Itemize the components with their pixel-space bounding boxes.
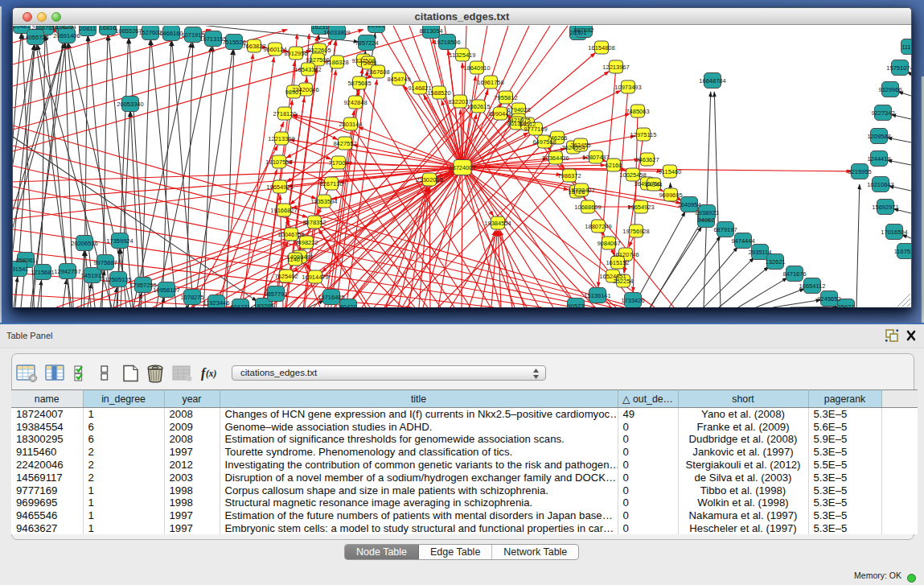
svg-text:16816: 16816	[100, 26, 117, 31]
svg-text:6879197: 6879197	[713, 226, 737, 233]
svg-text:75468: 75468	[360, 60, 377, 67]
svg-text:10046755: 10046755	[277, 231, 304, 238]
svg-text:9857791: 9857791	[264, 290, 287, 298]
svg-text:12975115: 12975115	[630, 131, 657, 138]
svg-text:9777169: 9777169	[524, 126, 547, 133]
svg-text:904231: 904231	[230, 303, 250, 308]
svg-text:20691406: 20691406	[53, 32, 80, 39]
svg-text:1167533: 1167533	[894, 248, 911, 255]
svg-text:9106254: 9106254	[52, 26, 76, 31]
svg-text:1527602: 1527602	[138, 29, 162, 36]
svg-text:7986372: 7986372	[557, 172, 581, 179]
svg-text:9660124: 9660124	[263, 46, 286, 53]
svg-text:8938923: 8938923	[695, 209, 718, 216]
svg-text:16961758: 16961758	[477, 79, 503, 86]
svg-text:16648784: 16648784	[699, 77, 725, 84]
svg-text:6794028: 6794028	[507, 106, 530, 113]
svg-text:20811: 20811	[80, 26, 96, 32]
svg-text:64944: 64944	[646, 181, 663, 188]
svg-text:15751074: 15751074	[886, 64, 911, 72]
svg-text:90573: 90573	[568, 303, 585, 308]
svg-text:62160: 62160	[606, 162, 622, 169]
svg-text:18807249: 18807249	[585, 223, 611, 230]
svg-text:10807487: 10807487	[582, 154, 609, 161]
svg-text:15716485: 15716485	[318, 294, 344, 301]
svg-text:15136141: 15136141	[584, 292, 610, 299]
svg-text:7485063: 7485063	[626, 108, 649, 115]
svg-text:16914479: 16914479	[302, 274, 328, 281]
svg-text:987682: 987682	[573, 27, 593, 34]
svg-text:11407: 11407	[287, 256, 303, 263]
svg-text:9329966: 9329966	[878, 86, 901, 93]
svg-text:9699695: 9699695	[659, 192, 682, 199]
svg-text:2867608: 2867608	[366, 68, 389, 76]
svg-text:8454749: 8454749	[387, 76, 410, 83]
svg-text:391541: 391541	[13, 266, 29, 273]
svg-text:17016504: 17016504	[881, 229, 907, 236]
svg-text:10973493: 10973493	[614, 84, 641, 91]
svg-text:11923446: 11923446	[203, 299, 230, 307]
svg-text:19756928: 19756928	[622, 228, 649, 235]
svg-text:10210643: 10210643	[867, 181, 893, 188]
svg-text:9245652: 9245652	[817, 295, 840, 303]
svg-text:9322605: 9322605	[307, 47, 331, 54]
svg-text:15720407: 15720407	[568, 187, 594, 194]
svg-text:84062: 84062	[698, 216, 715, 224]
svg-text:9474444: 9474444	[731, 237, 754, 245]
svg-text:1209588: 1209588	[867, 133, 890, 140]
svg-text:8912956: 8912956	[284, 50, 307, 57]
svg-text:18724007: 18724007	[449, 164, 475, 171]
svg-text:1362615: 1362615	[466, 103, 490, 110]
svg-text:7955812: 7955812	[494, 94, 517, 101]
svg-text:16154808: 16154808	[588, 44, 614, 51]
svg-text:23302085: 23302085	[416, 176, 442, 183]
svg-text:1078275: 1078275	[180, 294, 203, 301]
svg-text:1615152: 1615152	[606, 259, 629, 266]
svg-text:9463627: 9463627	[635, 156, 659, 163]
svg-text:16543382: 16543382	[294, 66, 321, 73]
svg-text:7625402: 7625402	[274, 273, 298, 280]
svg-text:362455: 362455	[570, 142, 590, 149]
svg-text:1215681: 1215681	[31, 269, 54, 276]
svg-text:10958107: 10958107	[153, 286, 179, 294]
svg-text:18107552: 18107552	[265, 159, 292, 166]
svg-text:9242848: 9242848	[343, 99, 367, 106]
svg-text:8813054: 8813054	[419, 27, 442, 35]
svg-text:15692971: 15692971	[872, 204, 898, 211]
svg-text:8427552: 8427552	[333, 140, 356, 147]
svg-text:20101: 20101	[368, 26, 385, 29]
svg-text:16120746: 16120746	[612, 251, 639, 258]
svg-text:12213369: 12213369	[268, 135, 294, 142]
svg-text:12942757: 12942757	[54, 268, 80, 275]
svg-text:1640954: 1640954	[677, 201, 700, 208]
svg-text:8186328: 8186328	[325, 59, 348, 66]
svg-text:252254: 252254	[613, 278, 633, 285]
svg-text:16033809: 16033809	[323, 29, 350, 36]
svg-text:1451911: 1451911	[81, 272, 105, 279]
svg-text:19384554: 19384554	[484, 220, 511, 227]
svg-text:14055724: 14055724	[22, 34, 48, 41]
svg-text:8215955: 8215955	[848, 168, 871, 175]
svg-text:80421: 80421	[340, 303, 357, 308]
svg-text:9084067: 9084067	[597, 240, 620, 247]
svg-text:12213967: 12213967	[602, 64, 629, 71]
svg-text:11353594: 11353594	[311, 198, 338, 205]
svg-text:12505135: 12505135	[105, 276, 131, 283]
svg-text:19654925: 19654925	[266, 183, 293, 191]
svg-text:6497568: 6497568	[532, 138, 556, 146]
svg-text:858061: 858061	[15, 257, 35, 264]
svg-text:7663822: 7663822	[242, 43, 265, 50]
svg-text:20206516: 20206516	[71, 240, 97, 247]
svg-text:10025458: 10025458	[619, 171, 646, 179]
svg-text:7857224: 7857224	[355, 39, 378, 47]
svg-text:717004: 717004	[328, 159, 348, 167]
svg-text:6466160: 6466160	[159, 30, 183, 37]
svg-text:20364436: 20364436	[542, 154, 569, 162]
svg-text:8267130: 8267130	[319, 180, 343, 187]
svg-text:1588520: 1588520	[427, 89, 450, 97]
svg-text:2718120: 2718120	[273, 110, 296, 117]
svg-text:(x): (x)	[206, 369, 217, 379]
svg-text:9975887: 9975887	[93, 259, 117, 266]
svg-text:10654112: 10654112	[799, 282, 826, 290]
svg-text:3498222: 3498222	[294, 239, 318, 246]
